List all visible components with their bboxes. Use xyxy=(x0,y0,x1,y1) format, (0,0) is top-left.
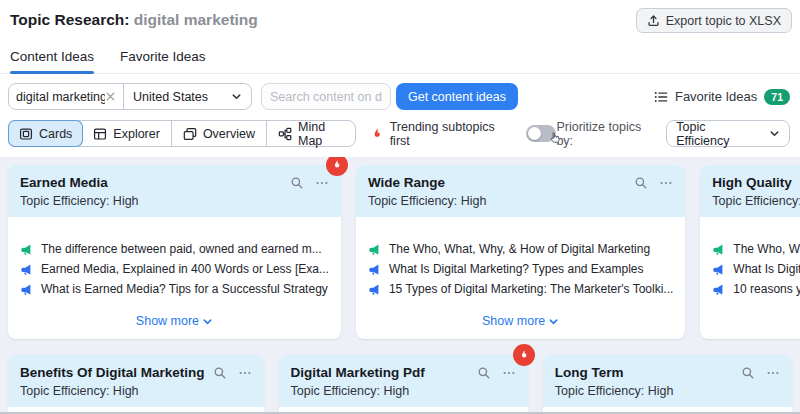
keyword-input-wrap xyxy=(9,84,123,109)
keyword-input[interactable] xyxy=(16,90,105,104)
view-overview-label: Overview xyxy=(203,127,255,141)
megaphone-green-icon xyxy=(20,243,33,256)
prioritize-select-value: Topic Efficiency xyxy=(676,120,759,148)
show-more-label: Show more xyxy=(482,314,545,328)
topic-card-digital-marketing-pdf: Digital Marketing Pdf Topic Efficiency: … xyxy=(279,355,528,412)
clear-keyword-icon[interactable] xyxy=(105,91,116,102)
headline-text: The difference between paid, owned and e… xyxy=(41,243,322,256)
topic-efficiency: Topic Efficiency: High xyxy=(291,384,516,398)
headline-item[interactable]: What is Earned Media? Tips for a Success… xyxy=(20,283,329,296)
search-toolbar: United States Get content ideas Favorite… xyxy=(0,83,800,110)
headline-item[interactable]: The Who, What, Why, & How of Digital Mar… xyxy=(712,243,800,256)
export-icon xyxy=(647,14,660,27)
card-header: Wide Range Topic Efficiency: High xyxy=(356,165,685,217)
headline-text: The Who, What, Why, & How of Digital Mar… xyxy=(733,243,800,256)
tab-favorite-ideas[interactable]: Favorite Ideas xyxy=(120,49,206,73)
get-content-ideas-button[interactable]: Get content ideas xyxy=(396,83,518,110)
chevron-down-icon xyxy=(231,91,242,102)
page-title: Topic Research: digital marketing xyxy=(10,8,258,29)
card-header: High Quality Topic Efficiency: High xyxy=(700,165,800,217)
card-header: Benefits Of Digital Marketing Topic Effi… xyxy=(8,355,264,407)
search-topic-icon[interactable] xyxy=(477,366,491,380)
cards-row-2: Benefits Of Digital Marketing Topic Effi… xyxy=(8,355,792,412)
query-group: United States xyxy=(8,83,252,110)
list-icon xyxy=(654,90,668,104)
export-xlsx-button[interactable]: Export topic to XLSX xyxy=(636,8,792,33)
topic-efficiency: Topic Efficiency: High xyxy=(368,194,673,208)
card-header: Digital Marketing Pdf Topic Efficiency: … xyxy=(279,355,528,407)
tab-bar: Content Ideas Favorite Ideas xyxy=(0,49,800,74)
prioritize-select[interactable]: Topic Efficiency xyxy=(666,120,790,147)
cards-row-1: Earned Media Topic Efficiency: High The … xyxy=(8,165,792,339)
card-title: Digital Marketing Pdf xyxy=(291,365,469,380)
topic-efficiency: Topic Efficiency: High xyxy=(555,384,780,398)
headline-text: 15 Types of Digital Marketing: The Marke… xyxy=(389,283,673,296)
view-overview-button[interactable]: Overview xyxy=(172,121,267,146)
megaphone-blue-icon xyxy=(20,283,33,296)
favorite-ideas-link[interactable]: Favorite Ideas 71 xyxy=(654,89,790,105)
card-title: High Quality xyxy=(712,175,800,190)
toggle-knob xyxy=(528,127,541,140)
topic-card-long-term: Long Term Topic Efficiency: High xyxy=(543,355,792,412)
country-select[interactable]: United States xyxy=(123,84,251,109)
show-more-link[interactable]: Show more xyxy=(8,314,341,328)
headline-item[interactable]: The difference between paid, owned and e… xyxy=(20,243,329,256)
more-options-icon[interactable] xyxy=(502,366,516,380)
card-title: Earned Media xyxy=(20,175,282,190)
card-header: Earned Media Topic Efficiency: High xyxy=(8,165,341,217)
flame-icon xyxy=(370,127,384,141)
megaphone-green-icon xyxy=(368,243,381,256)
megaphone-blue-icon xyxy=(368,283,381,296)
search-topic-icon[interactable] xyxy=(290,176,304,190)
show-more-link[interactable]: Show more xyxy=(356,314,685,328)
headline-item[interactable]: 10 reasons you need a digital marketing … xyxy=(712,283,800,296)
domain-search-input[interactable] xyxy=(261,83,391,110)
search-topic-icon[interactable] xyxy=(741,366,755,380)
more-options-icon[interactable] xyxy=(238,366,252,380)
card-body: The Who, What, Why, & How of Digital Mar… xyxy=(700,217,800,296)
search-topic-icon[interactable] xyxy=(634,176,648,190)
headline-item[interactable]: What Is Digital Marketing? Types and Exa… xyxy=(368,263,673,276)
view-mindmap-button[interactable]: Mind Map xyxy=(267,121,355,146)
page-title-query: digital marketing xyxy=(134,11,258,28)
chevron-down-icon xyxy=(202,316,213,327)
headline-text: What is Earned Media? Tips for a Success… xyxy=(41,283,328,296)
megaphone-blue-icon xyxy=(20,263,33,276)
topic-research-page: Topic Research: digital marketing Export… xyxy=(0,0,800,414)
more-options-icon[interactable] xyxy=(315,176,329,190)
search-topic-icon[interactable] xyxy=(213,366,227,380)
headline-item[interactable]: What Is Digital Marketing? Types and Exa… xyxy=(712,263,800,276)
topic-card-benefits-of-digital-marketing: Benefits Of Digital Marketing Topic Effi… xyxy=(8,355,264,412)
card-body: The Who, What, Why, & How of Digital Mar… xyxy=(356,217,685,296)
view-segmented-control: Cards Explorer Overview Mind Map xyxy=(8,120,356,147)
headline-item[interactable]: Earned Media, Explained in 400 Words or … xyxy=(20,263,329,276)
view-cards-button[interactable]: Cards xyxy=(8,120,83,147)
card-body: The difference between paid, owned and e… xyxy=(8,217,341,296)
view-mindmap-label: Mind Map xyxy=(298,120,344,148)
prioritize-control: Prioritize topics by: Topic Efficiency xyxy=(556,120,790,148)
card-title: Wide Range xyxy=(368,175,626,190)
headline-text: What Is Digital Marketing? Types and Exa… xyxy=(389,263,644,276)
more-options-icon[interactable] xyxy=(659,176,673,190)
show-more-link[interactable]: Show more xyxy=(700,314,800,328)
tab-content-ideas[interactable]: Content Ideas xyxy=(10,49,94,73)
topic-efficiency: Topic Efficiency: High xyxy=(20,384,252,398)
more-options-icon[interactable] xyxy=(766,366,780,380)
megaphone-blue-icon xyxy=(368,263,381,276)
topic-card-wide-range: Wide Range Topic Efficiency: High The Wh… xyxy=(356,165,685,339)
trending-subtopics-toggle[interactable] xyxy=(526,125,556,142)
mindmap-view-icon xyxy=(278,127,292,141)
trending-badge xyxy=(513,344,535,366)
headline-text: What Is Digital Marketing? Types and Exa… xyxy=(733,263,800,276)
view-explorer-label: Explorer xyxy=(113,127,160,141)
topic-efficiency: Topic Efficiency: High xyxy=(20,194,329,208)
overview-view-icon xyxy=(183,127,197,141)
page-title-prefix: Topic Research: xyxy=(10,11,129,28)
headline-item[interactable]: 15 Types of Digital Marketing: The Marke… xyxy=(368,283,673,296)
chevron-down-icon xyxy=(769,128,780,139)
topic-efficiency: Topic Efficiency: High xyxy=(712,194,800,208)
megaphone-green-icon xyxy=(712,243,725,256)
topic-card-earned-media: Earned Media Topic Efficiency: High The … xyxy=(8,165,341,339)
view-explorer-button[interactable]: Explorer xyxy=(82,121,172,146)
headline-item[interactable]: The Who, What, Why, & How of Digital Mar… xyxy=(368,243,673,256)
